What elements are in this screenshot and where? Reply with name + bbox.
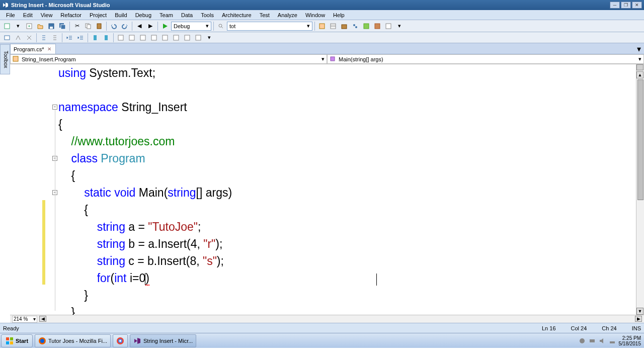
toggle-button[interactable] <box>24 33 34 43</box>
svg-rect-23 <box>140 35 145 40</box>
window-title: String Insert - Microsoft Visual Studio <box>11 2 610 8</box>
open-file-button[interactable] <box>35 21 45 31</box>
comment-button[interactable] <box>39 33 49 43</box>
horizontal-scrollbar[interactable]: ◀ ▶ <box>39 316 642 323</box>
tray-icon-1[interactable] <box>579 337 586 344</box>
tb2-btn-e[interactable] <box>160 33 170 43</box>
document-tab[interactable]: Program.cs* ✕ <box>10 44 56 54</box>
member-dropdown[interactable]: Main(string[] args) ▾ <box>327 54 644 64</box>
scroll-left-arrow[interactable]: ◀ <box>39 316 46 322</box>
copy-button[interactable] <box>83 21 93 31</box>
add-item-button[interactable] <box>24 21 34 31</box>
tb2-btn-g[interactable] <box>182 33 192 43</box>
find-combo[interactable]: tot▾ <box>227 22 312 31</box>
svg-rect-18 <box>5 36 10 40</box>
menu-refactor[interactable]: Refactor <box>56 11 86 19</box>
scroll-right-arrow[interactable]: ▶ <box>635 316 642 322</box>
paste-button[interactable] <box>94 21 104 31</box>
scroll-down-arrow[interactable]: ▼ <box>636 308 643 315</box>
firefox-icon <box>38 337 46 345</box>
uncomment-button[interactable] <box>50 33 60 43</box>
menu-data[interactable]: Data <box>177 11 197 19</box>
bookmark-next-button[interactable] <box>101 33 111 43</box>
intellisense-button[interactable] <box>13 33 23 43</box>
minimize-button[interactable]: ─ <box>610 2 620 9</box>
menu-team[interactable]: Team <box>155 11 177 19</box>
split-handle[interactable] <box>636 64 643 70</box>
scroll-thumb[interactable] <box>637 79 643 200</box>
taskbar-firefox[interactable]: Tutor Joes - Mozilla Fi... <box>35 334 111 347</box>
change-indicator <box>42 200 45 285</box>
save-all-button[interactable] <box>57 21 67 31</box>
decrease-indent-button[interactable] <box>64 33 74 43</box>
start-debug-button[interactable] <box>160 21 170 31</box>
menu-build[interactable]: Build <box>111 11 131 19</box>
tb2-btn-f[interactable] <box>171 33 181 43</box>
windows-logo-icon <box>6 337 14 345</box>
cut-button[interactable]: ✂ <box>72 21 82 31</box>
code-editor[interactable]: using System.Text; namespace String_Inse… <box>58 64 636 315</box>
outline-toggle-namespace[interactable]: − <box>52 105 57 110</box>
properties-button[interactable] <box>328 21 338 31</box>
redo-button[interactable] <box>120 21 130 31</box>
extension-mgr-button[interactable] <box>372 21 382 31</box>
nav-back-button[interactable]: ◀ <box>134 21 144 31</box>
start-page-button[interactable] <box>361 21 371 31</box>
new-project-button[interactable] <box>2 21 12 31</box>
tb2-btn-h[interactable] <box>193 33 203 43</box>
menu-help[interactable]: Help <box>329 11 349 19</box>
toolbar2-overflow[interactable]: ▾ <box>204 33 214 43</box>
close-button[interactable]: ✕ <box>632 2 642 9</box>
find-in-files-button[interactable] <box>216 21 226 31</box>
tray-icon-2[interactable] <box>589 337 596 344</box>
taskbar-chrome[interactable] <box>113 334 128 347</box>
tb2-btn-b[interactable] <box>127 33 137 43</box>
toolbox-button[interactable] <box>339 21 349 31</box>
editor-margin[interactable]: − − − <box>10 64 58 315</box>
menu-tools[interactable]: Tools <box>197 11 218 19</box>
maximize-button[interactable]: ❐ <box>621 2 631 9</box>
menu-project[interactable]: Project <box>86 11 111 19</box>
zoom-dropdown[interactable]: 214 %▾ <box>12 316 37 323</box>
menu-file[interactable]: File <box>2 11 19 19</box>
svg-rect-33 <box>6 341 9 344</box>
scroll-up-arrow[interactable]: ▲ <box>636 71 643 78</box>
status-char: Ch 24 <box>602 325 616 331</box>
undo-button[interactable] <box>109 21 119 31</box>
tb2-btn-c[interactable] <box>138 33 148 43</box>
team-explorer-button[interactable] <box>350 21 360 31</box>
tab-close-icon[interactable]: ✕ <box>46 46 52 52</box>
toolbar-overflow[interactable]: ▾ <box>394 21 405 31</box>
start-button[interactable]: Start <box>1 334 33 347</box>
increase-indent-button[interactable] <box>75 33 86 43</box>
config-dropdown[interactable]: Debug▾ <box>171 22 211 31</box>
tb2-btn-d[interactable] <box>149 33 159 43</box>
save-button[interactable] <box>46 21 56 31</box>
toolbox-sidetab[interactable]: Toolbox <box>0 44 10 74</box>
tab-dropdown-icon[interactable]: ▾ <box>634 44 644 54</box>
new-file-dropdown[interactable]: ▾ <box>13 21 23 31</box>
menu-window[interactable]: Window <box>301 11 329 19</box>
menu-analyze[interactable]: Analyze <box>274 11 301 19</box>
tb2-btn-a[interactable] <box>116 33 126 43</box>
solution-explorer-button[interactable] <box>317 21 327 31</box>
vertical-scrollbar[interactable]: ▲ ▼ <box>636 64 644 315</box>
display-object-button[interactable] <box>2 33 12 43</box>
menu-view[interactable]: View <box>37 11 57 19</box>
svg-point-40 <box>580 338 585 343</box>
clock[interactable]: 2:25 PM 5/18/2015 <box>619 335 641 346</box>
toolbar-text-editor: ▾ <box>0 32 644 43</box>
nav-fwd-button[interactable]: ▶ <box>145 21 155 31</box>
menu-architecture[interactable]: Architecture <box>218 11 256 19</box>
menu-test[interactable]: Test <box>256 11 274 19</box>
bookmark-prev-button[interactable] <box>90 33 100 43</box>
taskbar-vs[interactable]: String Insert - Micr... <box>130 334 196 347</box>
svg-rect-22 <box>129 35 134 40</box>
window-dropdown[interactable] <box>383 21 393 31</box>
class-dropdown[interactable]: String_Insert.Program ▾ <box>10 54 327 64</box>
volume-icon[interactable] <box>599 337 606 344</box>
network-icon[interactable] <box>609 337 616 344</box>
navigation-bar: String_Insert.Program ▾ Main(string[] ar… <box>10 54 644 64</box>
menu-edit[interactable]: Edit <box>19 11 37 19</box>
menu-debug[interactable]: Debug <box>131 11 155 19</box>
